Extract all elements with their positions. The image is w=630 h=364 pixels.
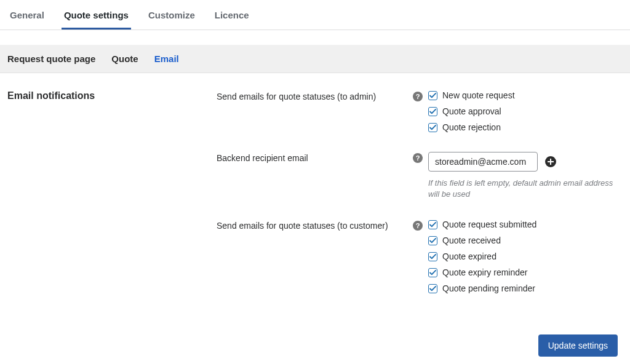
label-customer-statuses: Send emails for quote statuses (to custo…: [217, 221, 388, 231]
tab-customize[interactable]: Customize: [146, 6, 197, 30]
checkbox-quote-rejection[interactable]: Quote rejection: [428, 122, 623, 132]
section-title: Email notifications: [7, 90, 217, 101]
checkbox-quote-received[interactable]: Quote received: [428, 235, 623, 245]
help-icon[interactable]: ?: [413, 92, 423, 101]
subtab-email[interactable]: Email: [154, 53, 179, 64]
tab-licence[interactable]: Licence: [212, 6, 252, 30]
checkbox-icon: [428, 220, 437, 229]
recipient-hint: If this field is left empty, default adm…: [428, 178, 623, 200]
checkbox-label: Quote approval: [442, 106, 501, 116]
checkbox-icon: [428, 268, 437, 277]
checkbox-icon: [428, 107, 437, 116]
checkbox-label: Quote pending reminder: [442, 283, 535, 293]
field-customer-statuses: Send emails for quote statuses (to custo…: [217, 220, 623, 293]
backend-recipient-email-input[interactable]: [428, 152, 538, 172]
checkbox-icon: [428, 252, 437, 261]
checkbox-label: Quote expiry reminder: [442, 267, 528, 277]
checkbox-icon: [428, 284, 437, 293]
checkbox-label: Quote request submitted: [442, 220, 536, 229]
help-icon[interactable]: ?: [413, 221, 423, 231]
checkbox-new-quote-request[interactable]: New quote request: [428, 90, 623, 100]
subtab-request-quote-page[interactable]: Request quote page: [7, 53, 95, 64]
checkbox-quote-expired[interactable]: Quote expired: [428, 251, 623, 261]
tab-quote-settings[interactable]: Quote settings: [62, 6, 131, 30]
checkbox-icon: [428, 236, 437, 245]
checkbox-quote-request-submitted[interactable]: Quote request submitted: [428, 220, 623, 229]
checkbox-quote-pending-reminder[interactable]: Quote pending reminder: [428, 283, 623, 293]
sub-tabs: Request quote page Quote Email: [0, 45, 630, 73]
checkbox-icon: [428, 123, 437, 132]
checkbox-quote-approval[interactable]: Quote approval: [428, 106, 623, 116]
checkbox-icon: [428, 91, 437, 100]
label-admin-statuses: Send emails for quote statuses (to admin…: [217, 92, 376, 101]
checkbox-label: Quote rejection: [442, 122, 501, 132]
label-backend-recipient-email: Backend recipient email: [217, 153, 308, 163]
top-tabs: General Quote settings Customize Licence: [0, 0, 630, 30]
checkbox-label: Quote received: [442, 235, 501, 245]
checkbox-label: New quote request: [442, 90, 515, 100]
help-icon[interactable]: ?: [413, 153, 423, 163]
add-recipient-button[interactable]: [545, 156, 556, 167]
checkbox-quote-expiry-reminder[interactable]: Quote expiry reminder: [428, 267, 623, 277]
tab-general[interactable]: General: [7, 6, 47, 30]
checkbox-label: Quote expired: [442, 251, 496, 261]
update-settings-button[interactable]: Update settings: [538, 334, 618, 357]
field-backend-recipient-email: Backend recipient email ? If this field …: [217, 152, 623, 200]
field-admin-statuses: Send emails for quote statuses (to admin…: [217, 90, 623, 132]
subtab-quote[interactable]: Quote: [111, 53, 138, 64]
